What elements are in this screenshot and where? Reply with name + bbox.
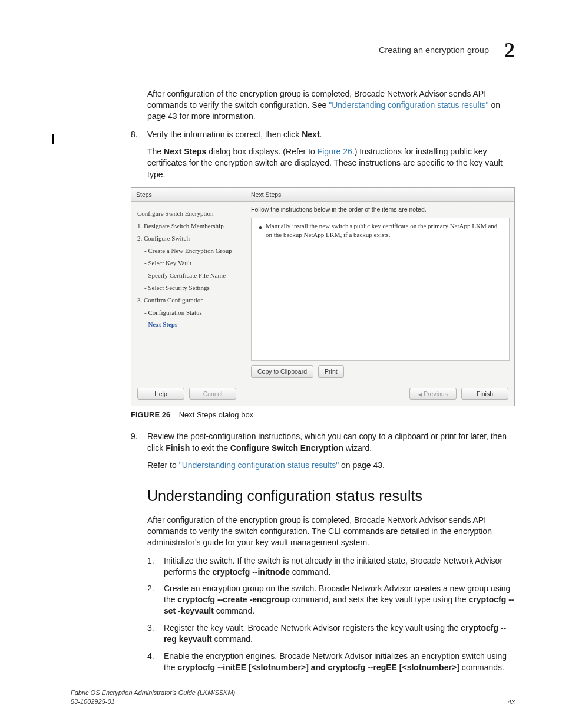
step-8: 8. Verify the information is correct, th… [131, 129, 515, 180]
text: command, and sets the key vault type usi… [290, 595, 469, 604]
text: Register the key vault. Brocade Network … [164, 623, 461, 633]
next-steps-dialog: Steps Configure Switch Encryption 1. Des… [131, 187, 515, 406]
command: cryptocfg --create -encgroup [177, 595, 290, 604]
bullet-icon: ● [259, 223, 262, 232]
text: wizard. [343, 443, 372, 453]
instructions-box: ● Manually install the new switch's publ… [251, 218, 510, 361]
step-number: 9. [131, 431, 143, 454]
step-number: 4. [147, 651, 159, 673]
copy-to-clipboard-button[interactable]: Copy to Clipboard [251, 365, 313, 377]
tree-item: 2. Configure Switch [137, 232, 241, 245]
label: Previous [424, 390, 448, 397]
step-9: 9. Review the post-configuration instruc… [131, 431, 515, 471]
step-number: 8. [131, 129, 143, 140]
instruction-text: Follow the instructions below in the ord… [246, 202, 514, 215]
command: cryptocfg --initEE [<slotnumber>] and cr… [177, 663, 459, 672]
finish-button[interactable]: Finish [461, 388, 508, 400]
label: Finish [477, 390, 493, 397]
command: cryptocfg --initnode [212, 567, 289, 577]
tree-item: - Create a New Encryption Group [137, 245, 241, 257]
figure-26-container: Steps Configure Switch Encryption 1. Des… [131, 187, 515, 420]
list-item-1: 1. Initialize the switch. If the switch … [147, 555, 515, 578]
dialog-nextsteps-panel: Next Steps Follow the instructions below… [246, 188, 514, 383]
print-button[interactable]: Print [318, 365, 344, 377]
instruction-item: Manually install the new switch's public… [266, 222, 497, 238]
tree-item-current: - Next Steps [137, 318, 241, 331]
ui-label: Next [302, 130, 319, 139]
tree-item: - Configuration Status [137, 307, 241, 319]
section-paragraph: After configuration of the encryption gr… [147, 515, 515, 548]
step-number: 3. [147, 622, 159, 645]
footer-page-number: 43 [508, 699, 515, 706]
cancel-button: Cancel [189, 388, 236, 400]
label: Help [154, 390, 167, 397]
section: Understanding configuration status resul… [147, 486, 515, 673]
figure-number: FIGURE 26 [131, 410, 170, 419]
text: command. [214, 606, 254, 615]
change-bar [52, 134, 54, 144]
figure-caption: FIGURE 26 Next Steps dialog box [131, 410, 515, 420]
tree-item: - Select Security Settings [137, 282, 241, 294]
header-chapter-number: 2 [504, 38, 515, 62]
list-item-3: 3. Register the key vault. Brocade Netwo… [147, 622, 515, 645]
text: dialog box displays. (Refer to [206, 147, 317, 156]
page-footer: Fabric OS Encryption Administrator's Gui… [71, 689, 515, 706]
ui-label: Configure Switch Encryption [230, 443, 343, 453]
tree-item: - Specify Certificate File Name [137, 269, 241, 282]
figure-link[interactable]: Figure 26 [318, 147, 352, 156]
intro-paragraph: After configuration of the encryption gr… [147, 88, 515, 122]
dialog-footer: Help Cancel ◀Previous Finish [131, 383, 514, 406]
tree-item: - Select Key Vault [137, 257, 241, 269]
help-button[interactable]: Help [137, 388, 184, 400]
list-item-2: 2. Create an encryption group on the swi… [147, 583, 515, 617]
dialog-steps-panel: Steps Configure Switch Encryption 1. Des… [131, 188, 246, 383]
text: Refer to [147, 460, 179, 470]
step-number: 1. [147, 555, 159, 578]
ui-label: Next Steps [164, 147, 206, 156]
text: on page 43. [339, 460, 385, 470]
panel-header-steps: Steps [131, 188, 246, 202]
footer-doc-number: 53-1002925-01 [71, 697, 508, 706]
previous-button: ◀Previous [409, 388, 457, 400]
step-number: 2. [147, 583, 159, 617]
section-heading: Understanding configuration status resul… [147, 486, 515, 506]
tree-item: Configure Switch Encryption [137, 207, 241, 220]
tree-item: 1. Designate Switch Membership [137, 220, 241, 232]
page-header: Creating an encryption group 2 [71, 38, 515, 62]
footer-doc-title: Fabric OS Encryption Administrator's Gui… [71, 689, 508, 697]
text: Verify the information is correct, then … [147, 130, 302, 139]
text: commands. [459, 663, 504, 672]
list-item-4: 4. Enable the encryption engines. Brocad… [147, 651, 515, 673]
tree-item: 3. Confirm Configuration [137, 294, 241, 307]
arrow-left-icon: ◀ [418, 391, 422, 397]
panel-header-nextsteps: Next Steps [246, 188, 514, 202]
page: Creating an encryption group 2 After con… [0, 0, 562, 728]
text: command. [212, 634, 253, 644]
figure-title: Next Steps dialog box [179, 410, 253, 419]
ui-label: Finish [166, 443, 190, 453]
text: to exit the [190, 443, 230, 453]
xref-link[interactable]: "Understanding configuration status resu… [329, 100, 488, 110]
header-section-title: Creating an encryption group [379, 45, 489, 55]
text: The [147, 147, 164, 156]
xref-link[interactable]: "Understanding configuration status resu… [179, 460, 339, 470]
text: command. [290, 567, 330, 577]
text: . [320, 130, 322, 139]
